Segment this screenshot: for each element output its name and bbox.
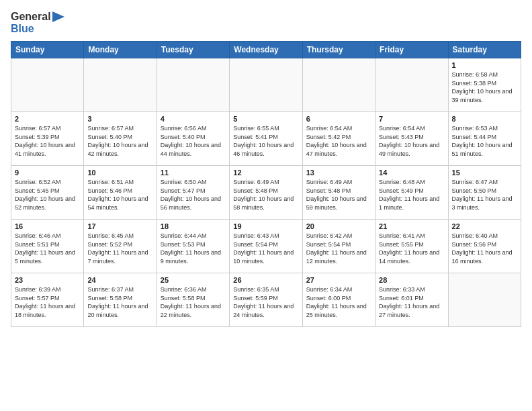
day-number: 13 xyxy=(306,169,371,177)
calendar-cell: 17Sunrise: 6:45 AM Sunset: 5:52 PM Dayli… xyxy=(84,220,157,273)
day-number: 23 xyxy=(15,276,80,284)
weekday-tuesday: Tuesday xyxy=(157,42,229,58)
day-number: 26 xyxy=(233,276,298,284)
day-number: 12 xyxy=(233,169,298,177)
calendar-cell xyxy=(157,58,229,112)
day-number: 11 xyxy=(161,169,226,177)
day-number: 9 xyxy=(15,169,80,177)
calendar-cell: 13Sunrise: 6:49 AM Sunset: 5:48 PM Dayli… xyxy=(302,166,375,220)
calendar-cell: 24Sunrise: 6:37 AM Sunset: 5:58 PM Dayli… xyxy=(84,273,157,327)
calendar-cell: 11Sunrise: 6:50 AM Sunset: 5:47 PM Dayli… xyxy=(157,166,229,220)
calendar-cell: 15Sunrise: 6:47 AM Sunset: 5:50 PM Dayli… xyxy=(448,166,521,220)
calendar-cell xyxy=(375,58,448,112)
day-info: Sunrise: 6:41 AM Sunset: 5:55 PM Dayligh… xyxy=(379,232,444,265)
week-row-4: 23Sunrise: 6:39 AM Sunset: 5:57 PM Dayli… xyxy=(11,273,521,327)
day-info: Sunrise: 6:37 AM Sunset: 5:58 PM Dayligh… xyxy=(87,285,152,319)
day-number: 19 xyxy=(233,222,298,230)
calendar: SundayMondayTuesdayWednesdayThursdayFrid… xyxy=(11,41,521,327)
day-info: Sunrise: 6:39 AM Sunset: 5:57 PM Dayligh… xyxy=(15,285,80,319)
day-number: 25 xyxy=(161,276,226,284)
svg-marker-0 xyxy=(52,11,64,22)
day-number: 17 xyxy=(87,222,152,230)
day-info: Sunrise: 6:52 AM Sunset: 5:45 PM Dayligh… xyxy=(15,178,80,212)
day-info: Sunrise: 6:49 AM Sunset: 5:48 PM Dayligh… xyxy=(233,178,298,212)
logo-container: General Blue xyxy=(11,11,64,34)
calendar-cell: 18Sunrise: 6:44 AM Sunset: 5:53 PM Dayli… xyxy=(157,220,229,273)
week-row-3: 16Sunrise: 6:46 AM Sunset: 5:51 PM Dayli… xyxy=(11,220,521,273)
week-row-1: 2Sunrise: 6:57 AM Sunset: 5:39 PM Daylig… xyxy=(11,112,521,166)
page: General Blue SundayMondayTuesdayWednesda… xyxy=(0,0,532,411)
day-info: Sunrise: 6:42 AM Sunset: 5:54 PM Dayligh… xyxy=(306,232,371,265)
weekday-saturday: Saturday xyxy=(448,42,521,58)
day-info: Sunrise: 6:46 AM Sunset: 5:51 PM Dayligh… xyxy=(15,232,80,265)
logo-general-text: General xyxy=(11,11,51,23)
day-info: Sunrise: 6:54 AM Sunset: 5:43 PM Dayligh… xyxy=(379,124,444,158)
header: General Blue xyxy=(11,11,521,34)
weekday-header-row: SundayMondayTuesdayWednesdayThursdayFrid… xyxy=(11,42,521,58)
day-number: 18 xyxy=(161,222,226,230)
calendar-cell: 25Sunrise: 6:36 AM Sunset: 5:58 PM Dayli… xyxy=(157,273,229,327)
week-row-2: 9Sunrise: 6:52 AM Sunset: 5:45 PM Daylig… xyxy=(11,166,521,220)
day-number: 28 xyxy=(379,276,444,284)
calendar-cell: 19Sunrise: 6:43 AM Sunset: 5:54 PM Dayli… xyxy=(230,220,302,273)
day-number: 7 xyxy=(379,115,444,123)
calendar-cell: 21Sunrise: 6:41 AM Sunset: 5:55 PM Dayli… xyxy=(375,220,448,273)
day-info: Sunrise: 6:48 AM Sunset: 5:49 PM Dayligh… xyxy=(379,178,444,212)
calendar-cell: 28Sunrise: 6:33 AM Sunset: 6:01 PM Dayli… xyxy=(375,273,448,327)
day-number: 4 xyxy=(161,115,226,123)
day-number: 27 xyxy=(306,276,371,284)
calendar-cell: 26Sunrise: 6:35 AM Sunset: 5:59 PM Dayli… xyxy=(230,273,302,327)
day-info: Sunrise: 6:53 AM Sunset: 5:44 PM Dayligh… xyxy=(452,124,517,158)
day-number: 22 xyxy=(452,222,517,230)
day-info: Sunrise: 6:57 AM Sunset: 5:39 PM Dayligh… xyxy=(15,124,80,158)
calendar-cell: 23Sunrise: 6:39 AM Sunset: 5:57 PM Dayli… xyxy=(11,273,84,327)
day-number: 20 xyxy=(306,222,371,230)
day-info: Sunrise: 6:47 AM Sunset: 5:50 PM Dayligh… xyxy=(452,178,517,212)
calendar-cell: 22Sunrise: 6:40 AM Sunset: 5:56 PM Dayli… xyxy=(448,220,521,273)
logo: General Blue xyxy=(11,11,64,34)
day-info: Sunrise: 6:56 AM Sunset: 5:40 PM Dayligh… xyxy=(161,124,226,158)
day-number: 1 xyxy=(452,61,517,69)
calendar-cell: 1Sunrise: 6:58 AM Sunset: 5:38 PM Daylig… xyxy=(448,58,521,112)
day-info: Sunrise: 6:33 AM Sunset: 6:01 PM Dayligh… xyxy=(379,285,444,319)
calendar-cell: 8Sunrise: 6:53 AM Sunset: 5:44 PM Daylig… xyxy=(448,112,521,166)
logo-blue-text: Blue xyxy=(11,23,64,35)
day-number: 10 xyxy=(87,169,152,177)
calendar-cell xyxy=(230,58,302,112)
day-number: 24 xyxy=(87,276,152,284)
day-info: Sunrise: 6:58 AM Sunset: 5:38 PM Dayligh… xyxy=(452,71,517,104)
day-info: Sunrise: 6:40 AM Sunset: 5:56 PM Dayligh… xyxy=(452,232,517,265)
day-info: Sunrise: 6:36 AM Sunset: 5:58 PM Dayligh… xyxy=(161,285,226,319)
day-info: Sunrise: 6:51 AM Sunset: 5:46 PM Dayligh… xyxy=(87,178,152,212)
day-info: Sunrise: 6:57 AM Sunset: 5:40 PM Dayligh… xyxy=(87,124,152,158)
day-info: Sunrise: 6:35 AM Sunset: 5:59 PM Dayligh… xyxy=(233,285,298,319)
calendar-cell: 9Sunrise: 6:52 AM Sunset: 5:45 PM Daylig… xyxy=(11,166,84,220)
day-number: 6 xyxy=(306,115,371,123)
calendar-cell: 27Sunrise: 6:34 AM Sunset: 6:00 PM Dayli… xyxy=(302,273,375,327)
day-number: 8 xyxy=(452,115,517,123)
day-number: 16 xyxy=(15,222,80,230)
day-info: Sunrise: 6:45 AM Sunset: 5:52 PM Dayligh… xyxy=(87,232,152,265)
calendar-cell: 2Sunrise: 6:57 AM Sunset: 5:39 PM Daylig… xyxy=(11,112,84,166)
day-info: Sunrise: 6:55 AM Sunset: 5:41 PM Dayligh… xyxy=(233,124,298,158)
week-row-0: 1Sunrise: 6:58 AM Sunset: 5:38 PM Daylig… xyxy=(11,58,521,112)
day-info: Sunrise: 6:50 AM Sunset: 5:47 PM Dayligh… xyxy=(161,178,226,212)
day-number: 5 xyxy=(233,115,298,123)
calendar-cell xyxy=(302,58,375,112)
day-info: Sunrise: 6:43 AM Sunset: 5:54 PM Dayligh… xyxy=(233,232,298,265)
day-info: Sunrise: 6:44 AM Sunset: 5:53 PM Dayligh… xyxy=(161,232,226,265)
day-info: Sunrise: 6:54 AM Sunset: 5:42 PM Dayligh… xyxy=(306,124,371,158)
weekday-monday: Monday xyxy=(84,42,157,58)
calendar-cell: 7Sunrise: 6:54 AM Sunset: 5:43 PM Daylig… xyxy=(375,112,448,166)
day-info: Sunrise: 6:34 AM Sunset: 6:00 PM Dayligh… xyxy=(306,285,371,319)
weekday-thursday: Thursday xyxy=(302,42,375,58)
calendar-cell: 16Sunrise: 6:46 AM Sunset: 5:51 PM Dayli… xyxy=(11,220,84,273)
day-info: Sunrise: 6:49 AM Sunset: 5:48 PM Dayligh… xyxy=(306,178,371,212)
weekday-friday: Friday xyxy=(375,42,448,58)
calendar-cell xyxy=(84,58,157,112)
calendar-cell xyxy=(11,58,84,112)
calendar-cell: 12Sunrise: 6:49 AM Sunset: 5:48 PM Dayli… xyxy=(230,166,302,220)
calendar-cell: 14Sunrise: 6:48 AM Sunset: 5:49 PM Dayli… xyxy=(375,166,448,220)
calendar-cell xyxy=(448,273,521,327)
calendar-cell: 6Sunrise: 6:54 AM Sunset: 5:42 PM Daylig… xyxy=(302,112,375,166)
